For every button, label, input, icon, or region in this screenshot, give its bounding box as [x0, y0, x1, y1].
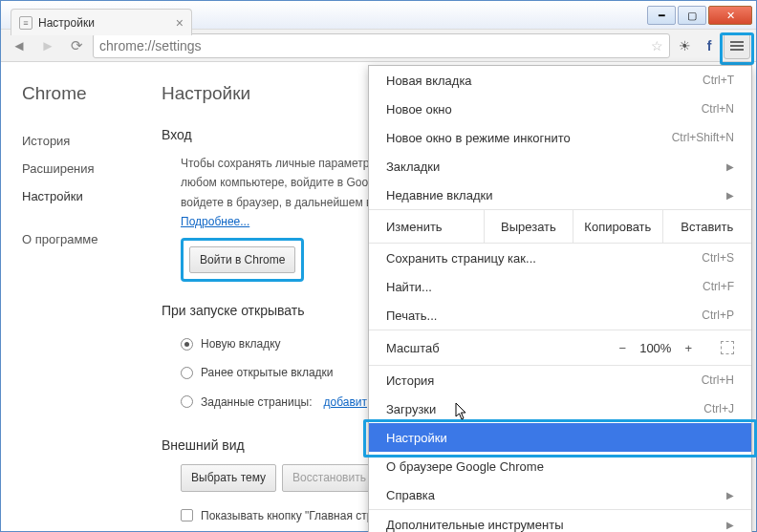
menu-history[interactable]: ИсторияCtrl+H [369, 366, 751, 394]
radio-icon [181, 338, 193, 351]
address-bar[interactable]: chrome://settings ☆ [93, 33, 670, 58]
menu-cut[interactable]: Вырезать [484, 210, 573, 243]
menu-help[interactable]: Справка▶ [369, 480, 751, 509]
menu-more-tools[interactable]: Дополнительные инструменты▶ [369, 510, 751, 532]
menu-new-tab[interactable]: Новая вкладкаCtrl+T [369, 66, 751, 95]
radio-icon [181, 367, 193, 379]
menu-copy[interactable]: Копировать [573, 210, 661, 243]
login-desc-3: войдете в браузер, в дальнейшем вхо [181, 196, 384, 209]
sidebar-item-settings[interactable]: Настройки [22, 182, 144, 210]
extension-fb-icon[interactable]: f [699, 35, 720, 56]
learn-more-link[interactable]: Подробнее... [181, 215, 249, 228]
sidebar-item-history[interactable]: История [22, 127, 144, 155]
menu-save-page[interactable]: Сохранить страницу как...Ctrl+S [369, 244, 751, 272]
extension-weather-icon[interactable]: ☀ [674, 35, 695, 56]
menu-downloads[interactable]: ЗагрузкиCtrl+J [369, 394, 751, 423]
zoom-out-button[interactable]: − [619, 341, 627, 355]
brand-title: Chrome [22, 83, 144, 104]
window-close-button[interactable]: ✕ [708, 6, 752, 25]
chevron-right-icon: ▶ [726, 520, 734, 530]
bookmark-star-icon[interactable]: ☆ [651, 38, 663, 53]
sidebar-item-about[interactable]: О программе [22, 225, 144, 253]
menu-paste[interactable]: Вставить [662, 210, 751, 243]
chevron-right-icon: ▶ [726, 161, 734, 172]
menu-recent-tabs[interactable]: Недавние вкладки▶ [369, 181, 751, 209]
maximize-button[interactable]: ▢ [678, 6, 706, 25]
add-pages-link[interactable]: добавит [324, 393, 368, 412]
back-button[interactable]: ◄ [7, 33, 32, 58]
fullscreen-icon[interactable] [721, 341, 734, 354]
menu-about-chrome[interactable]: О браузере Google Chrome [369, 452, 751, 480]
zoom-in-button[interactable]: + [684, 341, 692, 355]
signin-highlight: Войти в Chrome [181, 238, 304, 282]
zoom-value: 100% [639, 341, 671, 355]
url-text: chrome://settings [99, 38, 202, 53]
forward-button[interactable]: ► [35, 33, 60, 58]
chevron-right-icon: ▶ [726, 190, 734, 201]
login-desc-2: любом компьютере, войдите в Googl [181, 176, 377, 189]
menu-find[interactable]: Найти...Ctrl+F [369, 272, 751, 301]
sidebar: Chrome История Расширения Настройки О пр… [1, 62, 144, 531]
tab-title: Настройки [38, 16, 95, 30]
sidebar-item-extensions[interactable]: Расширения [22, 155, 144, 182]
menu-settings[interactable]: Настройки [369, 423, 751, 452]
menu-bookmarks[interactable]: Закладки▶ [369, 152, 751, 181]
titlebar: ≡ Настройки × ━ ▢ ✕ [1, 1, 756, 30]
menu-zoom: Масштаб − 100% + [369, 330, 751, 365]
browser-tab[interactable]: ≡ Настройки × [11, 9, 192, 35]
reload-button[interactable]: ⟳ [64, 33, 89, 58]
choose-theme-button[interactable]: Выбрать тему [181, 464, 276, 491]
menu-new-window[interactable]: Новое окноCtrl+N [369, 95, 751, 123]
radio-icon [181, 395, 193, 408]
menu-edit-row: Изменить Вырезать Копировать Вставить [369, 210, 751, 243]
close-tab-icon[interactable]: × [176, 15, 184, 31]
login-desc-1: Чтобы сохранять личные параметры [181, 157, 378, 170]
signin-button[interactable]: Войти в Chrome [189, 246, 295, 273]
main-menu-button[interactable] [724, 32, 750, 59]
chevron-right-icon: ▶ [726, 490, 734, 500]
favicon-icon: ≡ [19, 16, 32, 30]
main-menu-dropdown: Новая вкладкаCtrl+T Новое окноCtrl+N Нов… [368, 65, 752, 532]
checkbox-icon [181, 509, 193, 521]
edit-label: Изменить [369, 210, 484, 243]
menu-incognito[interactable]: Новое окно в режиме инкогнитоCtrl+Shift+… [369, 123, 751, 152]
minimize-button[interactable]: ━ [647, 6, 676, 25]
menu-print[interactable]: Печать...Ctrl+P [369, 301, 751, 330]
